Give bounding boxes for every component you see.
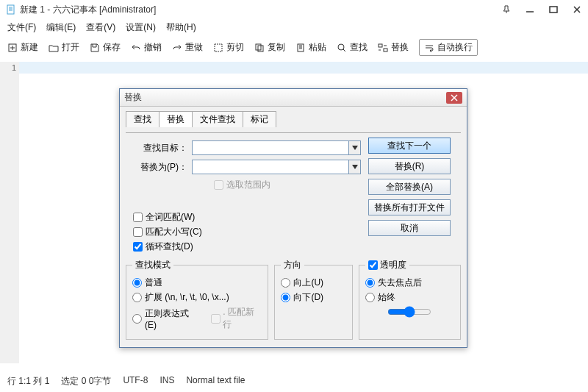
new-button[interactable]: 新建: [7, 41, 38, 54]
replace-input[interactable]: [192, 160, 349, 174]
current-line: [19, 62, 588, 74]
search-mode-group: 查找模式 普通 扩展 (\n, \r, \t, \0, \x...) 正则表达式…: [126, 259, 268, 340]
mode-normal-radio[interactable]: [132, 278, 142, 288]
save-icon: [90, 43, 100, 53]
loop-checkbox[interactable]: [133, 242, 143, 252]
in-selection-checkbox: [214, 180, 223, 190]
search-icon: [337, 43, 347, 53]
status-position: 行 1:1 列 1: [7, 375, 49, 388]
cancel-button[interactable]: 取消: [368, 220, 451, 236]
svg-point-7: [338, 44, 344, 50]
status-mode: INS: [159, 375, 174, 388]
menu-help[interactable]: 帮助(H): [166, 21, 196, 34]
wrap-icon: [424, 43, 434, 53]
menu-settings[interactable]: 设置(N): [126, 21, 156, 34]
tab-find[interactable]: 查找: [126, 111, 159, 127]
maximize-button[interactable]: [548, 4, 559, 15]
trans-onblur-radio[interactable]: [365, 278, 375, 288]
direction-group: 方向 向上(U) 向下(D): [274, 259, 352, 340]
dir-up-radio[interactable]: [281, 278, 290, 288]
cut-icon: [213, 43, 223, 53]
svg-rect-1: [550, 7, 557, 13]
menu-file[interactable]: 文件(F): [7, 21, 36, 34]
copy-button[interactable]: 复制: [254, 41, 285, 54]
tab-find-in-files[interactable]: 文件查找: [192, 111, 243, 127]
find-input[interactable]: [192, 140, 349, 155]
wrap-button[interactable]: 自动换行: [419, 39, 478, 56]
document-icon: [6, 4, 16, 15]
status-selection: 选定 0 0字节: [61, 375, 111, 388]
undo-icon: [131, 43, 141, 53]
tab-mark[interactable]: 标记: [243, 111, 276, 127]
transparency-group: 透明度 失去焦点后 始终: [359, 259, 461, 340]
status-filetype: Normal text file: [186, 375, 245, 388]
folder-icon: [49, 43, 59, 53]
match-case-checkbox[interactable]: [133, 227, 143, 237]
svg-rect-3: [215, 44, 222, 51]
redo-button[interactable]: 重做: [172, 41, 203, 54]
status-encoding: UTF-8: [123, 375, 148, 388]
undo-button[interactable]: 撤销: [131, 41, 162, 54]
match-newline-checkbox: [211, 314, 220, 324]
menu-edit[interactable]: 编辑(E): [46, 21, 76, 34]
trans-always-radio[interactable]: [365, 293, 375, 302]
replace-dropdown[interactable]: [349, 160, 361, 174]
transparency-checkbox[interactable]: [368, 260, 378, 270]
tab-replace[interactable]: 替换: [159, 111, 193, 127]
svg-rect-9: [384, 49, 387, 51]
pin-icon[interactable]: [501, 4, 512, 15]
replace-one-button[interactable]: 替换(R): [368, 158, 451, 174]
mode-extended-radio[interactable]: [132, 293, 142, 302]
copy-icon: [254, 43, 265, 53]
status-bar: 行 1:1 列 1 选定 0 0字节 UTF-8 INS Normal text…: [0, 371, 588, 392]
menu-bar: 文件(F) 编辑(E) 查看(V) 设置(N) 帮助(H): [0, 19, 588, 36]
find-button[interactable]: 查找: [337, 41, 368, 54]
window-title: 新建 1 - 六六记事本 [Administrator]: [20, 4, 501, 16]
find-dropdown[interactable]: [349, 140, 361, 155]
dialog-title: 替换: [124, 91, 446, 104]
whole-word-checkbox[interactable]: [133, 213, 143, 222]
save-button[interactable]: 保存: [90, 41, 121, 54]
redo-icon: [172, 43, 182, 53]
in-selection-label: 选取范围内: [226, 179, 270, 191]
replace-dialog: 替换 查找 替换 文件查找 标记 查找目标： 替换为(P)：: [119, 88, 467, 348]
find-next-button[interactable]: 查找下一个: [368, 138, 451, 154]
toolbar: 新建 打开 保存 撤销 重做 剪切 复制 粘贴 查找 替换 自动换行: [0, 36, 588, 62]
replace-button[interactable]: 替换: [378, 41, 409, 54]
find-label: 查找目标：: [126, 142, 192, 154]
replace-icon: [378, 43, 388, 53]
line-gutter: 1: [0, 62, 19, 363]
new-icon: [7, 43, 18, 53]
paste-icon: [295, 43, 306, 53]
replace-all-button[interactable]: 全部替换(A): [368, 179, 451, 195]
dialog-close-button[interactable]: [446, 92, 462, 104]
close-button[interactable]: [572, 4, 582, 15]
mode-regex-radio[interactable]: [132, 314, 142, 324]
transparency-slider[interactable]: [387, 306, 431, 318]
open-button[interactable]: 打开: [49, 41, 79, 54]
svg-rect-8: [379, 44, 382, 47]
menu-view[interactable]: 查看(V): [86, 21, 115, 34]
replace-all-open-button[interactable]: 替换所有打开文件: [368, 199, 451, 215]
replace-label: 替换为(P)：: [126, 161, 192, 174]
minimize-button[interactable]: [525, 4, 535, 15]
cut-button[interactable]: 剪切: [213, 41, 244, 54]
dir-down-radio[interactable]: [281, 293, 290, 302]
paste-button[interactable]: 粘贴: [295, 41, 326, 54]
svg-rect-0: [7, 5, 14, 14]
